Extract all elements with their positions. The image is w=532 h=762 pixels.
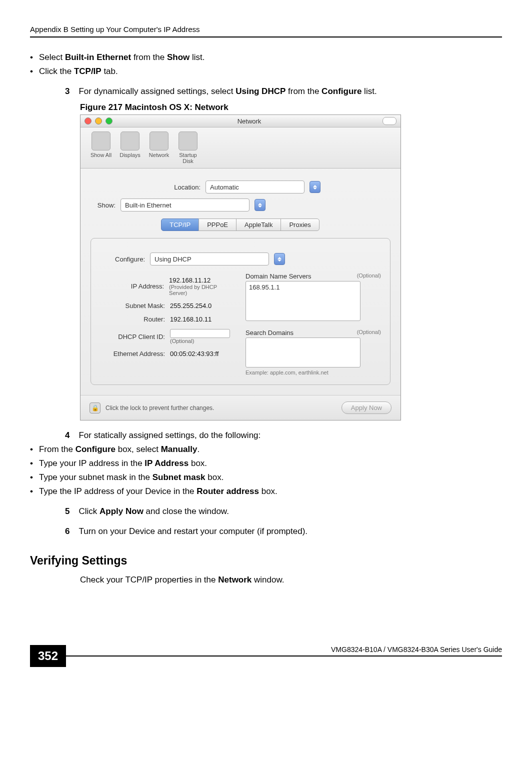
bullet-item: • Select Built-in Ethernet from the Show… — [30, 52, 502, 62]
subnet-label: Subnet Mask: — [100, 302, 170, 310]
ip-sub: (Provided by DHCP Server) — [169, 284, 236, 296]
dns-optional: (Optional) — [357, 272, 381, 280]
verify-text: Check your TCP/IP properties in the Netw… — [80, 575, 502, 585]
lock-text: Click the lock to prevent further change… — [106, 404, 214, 412]
close-icon[interactable] — [84, 118, 92, 124]
select-arrows-icon[interactable] — [254, 199, 266, 211]
step-number: 4 — [65, 430, 70, 440]
bullet-item: • From the Configure box, select Manuall… — [30, 444, 502, 454]
tab-pppoe[interactable]: PPPoE — [198, 218, 236, 231]
text-span: from the — [286, 86, 322, 96]
show-select[interactable]: Built-in Ethernet — [120, 198, 250, 212]
lock-icon[interactable]: 🔒 — [90, 402, 100, 414]
apply-now-button[interactable]: Apply Now — [342, 402, 392, 414]
text-span: Check your TCP/IP properties in the — [80, 575, 218, 584]
configure-select[interactable]: Using DHCP — [150, 252, 269, 266]
toolbar-startup-disk[interactable]: Startup Disk — [174, 132, 202, 164]
guide-title: VMG8324-B10A / VMG8324-B30A Series User'… — [321, 646, 502, 656]
step-text: For statically assigned settings, do the… — [78, 430, 260, 440]
step-number: 5 — [65, 506, 70, 516]
step-6: 6 Turn on your Device and restart your c… — [65, 526, 502, 536]
configure-label: Configure: — [100, 256, 150, 263]
toolbar-displays[interactable]: Displays — [116, 132, 144, 164]
example-text: Example: apple.com, earthlink.net — [246, 370, 381, 376]
bullet-dot: • — [30, 52, 33, 62]
location-value: Automatic — [210, 184, 239, 191]
configure-value: Using DHCP — [154, 256, 192, 263]
bold-term: Using DHCP — [236, 86, 286, 96]
bullet-dot: • — [30, 472, 33, 482]
show-all-icon — [92, 132, 110, 150]
bullet-dot: • — [30, 66, 33, 76]
dhcp-input[interactable] — [170, 329, 230, 338]
text-span: box. — [259, 486, 278, 496]
zoom-icon[interactable] — [106, 118, 112, 124]
startup-disk-icon — [178, 132, 198, 150]
bold-term: TCP/IP — [74, 66, 102, 76]
tab-proxies[interactable]: Proxies — [280, 218, 319, 231]
step-text: Turn on your Device and restart your com… — [78, 526, 308, 536]
bold-term: Built-in Ethernet — [65, 52, 131, 62]
toolbar-label: Startup Disk — [174, 152, 202, 164]
step-5: 5 Click Apply Now and close the window. — [65, 506, 502, 516]
text-span: box, select — [116, 444, 161, 454]
step-4: 4 For statically assigned settings, do t… — [65, 430, 502, 440]
bullet-dot: • — [30, 486, 33, 496]
location-label: Location: — [160, 184, 206, 191]
bold-term: Configure — [76, 444, 116, 454]
window-titlebar: Network — [80, 115, 400, 128]
step-number: 6 — [65, 526, 70, 536]
figure-caption: Figure 217 Macintosh OS X: Network — [80, 102, 502, 112]
text-span: Click — [78, 506, 100, 516]
show-label: Show: — [90, 202, 120, 209]
location-select[interactable]: Automatic — [206, 180, 304, 194]
text-span: Type your IP address in the — [39, 458, 144, 468]
toolbar-toggle-icon[interactable] — [382, 117, 396, 125]
text-span: box. — [188, 458, 207, 468]
search-domains-label: Search Domains — [246, 329, 294, 336]
select-arrows-icon[interactable] — [310, 181, 320, 193]
bullet-dot: • — [30, 458, 33, 468]
bullet-item: • Type your subnet mask in the Subnet ma… — [30, 472, 502, 482]
bold-term: Subnet mask — [152, 472, 206, 482]
select-arrows-icon[interactable] — [274, 253, 285, 265]
header-rule — [30, 36, 502, 38]
bullet-item: • Type your IP address in the IP Address… — [30, 458, 502, 468]
toolbar-network[interactable]: Network — [144, 132, 174, 164]
text-span: Type your subnet mask in the — [39, 472, 152, 482]
step-3: 3 For dynamically assigned settings, sel… — [65, 86, 502, 96]
router-label: Router: — [100, 316, 170, 323]
window-toolbar: Show All Displays Network Startup Disk — [80, 128, 400, 168]
running-header: Appendix B Setting up Your Computer's IP… — [30, 25, 502, 36]
text-span: For dynamically assigned settings, selec… — [78, 86, 236, 96]
text-span: list. — [362, 86, 376, 96]
window-title: Network — [116, 118, 382, 125]
step-number: 3 — [65, 86, 70, 96]
show-value: Built-in Ethernet — [125, 202, 172, 209]
toolbar-label: Show All — [86, 152, 116, 158]
text-span: Select — [39, 52, 65, 62]
bold-term: IP Address — [144, 458, 188, 468]
bullet-dot: • — [30, 444, 33, 454]
toolbar-label: Network — [144, 152, 174, 158]
network-icon — [150, 132, 168, 150]
ip-value: 192.168.11.12 — [169, 276, 236, 284]
text-span: window. — [252, 575, 284, 584]
tab-tcpip[interactable]: TCP/IP — [161, 218, 199, 231]
mac-network-screenshot: Network Show All Displays Network Startu… — [80, 114, 401, 420]
bold-term: Configure — [322, 86, 362, 96]
dns-textarea[interactable]: 168.95.1.1 — [246, 281, 360, 321]
minimize-icon[interactable] — [95, 118, 102, 124]
subnet-value: 255.255.254.0 — [170, 302, 212, 310]
text-span: box. — [206, 472, 224, 482]
toolbar-show-all[interactable]: Show All — [86, 132, 116, 164]
text-span: . — [197, 444, 200, 454]
text-span: From the — [39, 444, 76, 454]
dhcp-sub: (Optional) — [170, 338, 230, 344]
text-span: Type the IP address of your Device in th… — [39, 486, 196, 496]
window-bottom-bar: 🔒 Click the lock to prevent further chan… — [80, 395, 400, 420]
bold-term: Manually — [161, 444, 198, 454]
search-domains-textarea[interactable] — [246, 338, 360, 368]
dns-label: Domain Name Servers — [246, 272, 312, 280]
tab-appletalk[interactable]: AppleTalk — [236, 218, 281, 231]
